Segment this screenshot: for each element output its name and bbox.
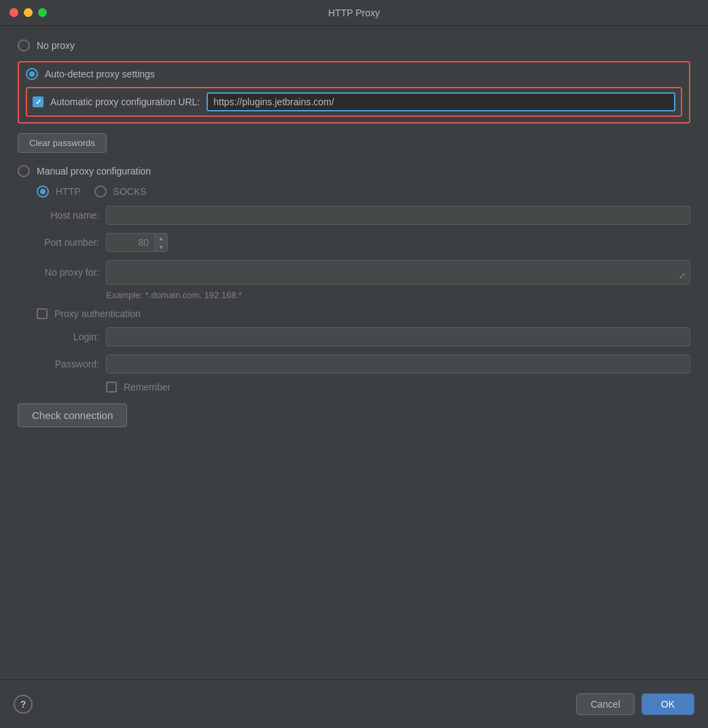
manual-proxy-section: Manual proxy configuration HTTP SOCKS Ho… [18, 165, 690, 393]
login-input[interactable] [106, 327, 690, 346]
proxy-auth-label: Proxy authentication [54, 308, 141, 319]
password-input[interactable] [106, 354, 690, 374]
example-text: Example: *.domain.com, 192.168.* [106, 290, 690, 300]
socks-radio-row[interactable]: SOCKS [94, 185, 147, 198]
http-socks-row: HTTP SOCKS [37, 185, 690, 198]
no-proxy-radio[interactable] [18, 39, 30, 52]
auto-detect-row: Auto-detect proxy settings [26, 68, 682, 80]
port-down-button[interactable]: ▼ [155, 242, 167, 251]
minimize-button[interactable] [24, 8, 33, 17]
no-proxy-for-wrap: ⤢ [106, 260, 690, 285]
proxy-auth-checkbox[interactable] [37, 308, 48, 319]
ok-button[interactable]: OK [641, 693, 694, 715]
titlebar: HTTP Proxy [0, 0, 708, 26]
login-row: Login: [18, 327, 690, 346]
port-input[interactable] [107, 234, 154, 251]
host-name-row: Host name: [18, 206, 690, 225]
manual-proxy-row[interactable]: Manual proxy configuration [18, 165, 690, 177]
expand-icon[interactable]: ⤢ [679, 271, 686, 280]
no-proxy-for-input[interactable] [107, 261, 690, 284]
host-name-input[interactable] [106, 206, 690, 225]
port-input-wrap: ▲ ▼ [106, 233, 168, 252]
remember-label: Remember [124, 382, 171, 393]
bottom-bar: ? Cancel OK [0, 679, 708, 728]
password-row: Password: [18, 354, 690, 374]
http-label: HTTP [56, 186, 81, 197]
proxy-url-row: Automatic proxy configuration URL: [26, 87, 682, 117]
clear-passwords-button[interactable]: Clear passwords [18, 133, 107, 153]
auto-config-checkbox[interactable] [33, 96, 43, 107]
remember-checkbox[interactable] [106, 382, 117, 393]
port-number-label: Port number: [18, 237, 99, 248]
close-button[interactable] [10, 8, 18, 17]
port-row: Port number: ▲ ▼ [18, 233, 690, 252]
cancel-button[interactable]: Cancel [576, 693, 635, 715]
auto-config-url-input[interactable] [207, 92, 675, 111]
help-button[interactable]: ? [14, 695, 33, 714]
auto-config-url-label: Automatic proxy configuration URL: [50, 96, 200, 107]
port-up-button[interactable]: ▲ [155, 234, 167, 242]
no-proxy-row[interactable]: No proxy [18, 39, 690, 52]
auto-detect-label: Auto-detect proxy settings [45, 69, 155, 79]
http-radio-row[interactable]: HTTP [37, 185, 81, 198]
remember-row: Remember [106, 382, 690, 393]
password-label: Password: [18, 359, 99, 369]
no-proxy-label: No proxy [37, 40, 75, 51]
maximize-button[interactable] [38, 8, 47, 17]
auto-detect-radio[interactable] [26, 68, 38, 80]
traffic-lights [10, 8, 47, 17]
main-content: No proxy Auto-detect proxy settings Auto… [0, 26, 708, 679]
proxy-auth-row: Proxy authentication [37, 308, 690, 319]
no-proxy-for-row: No proxy for: ⤢ [18, 260, 690, 285]
check-connection-button[interactable]: Check connection [18, 403, 127, 427]
host-name-label: Host name: [18, 210, 99, 221]
no-proxy-for-label: No proxy for: [18, 267, 99, 278]
login-label: Login: [18, 331, 99, 342]
bottom-buttons: Cancel OK [576, 693, 694, 715]
http-radio[interactable] [37, 185, 49, 198]
socks-radio[interactable] [94, 185, 107, 198]
manual-proxy-radio[interactable] [18, 165, 30, 177]
port-spinner: ▲ ▼ [154, 234, 167, 251]
socks-label: SOCKS [113, 186, 147, 197]
manual-proxy-label: Manual proxy configuration [37, 166, 151, 177]
window-title: HTTP Proxy [328, 7, 380, 18]
auto-detect-section: Auto-detect proxy settings Automatic pro… [18, 61, 690, 124]
